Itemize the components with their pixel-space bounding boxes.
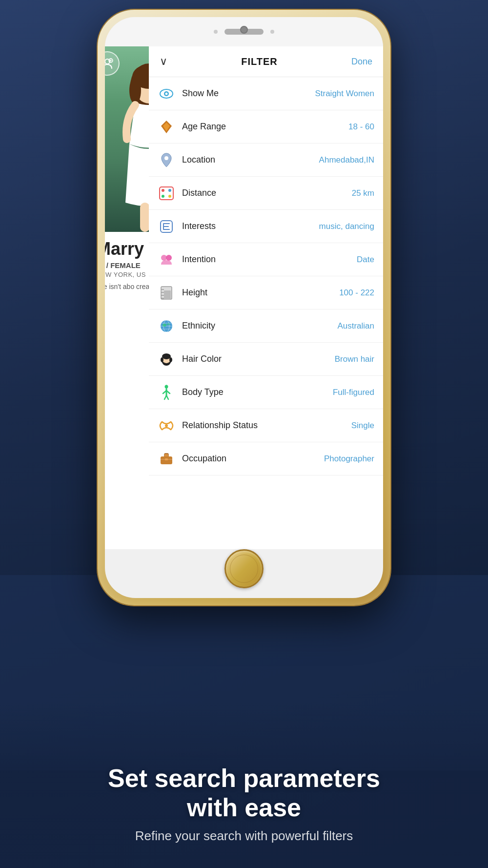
filter-row-show-me[interactable]: Show Me Straight Women xyxy=(149,77,383,110)
ethnicity-label: Ethnicity xyxy=(182,321,337,331)
age-range-label: Age Range xyxy=(182,122,348,132)
phone-shell: Marry 28 / FEMALE NEW YORK, US Life isn'… xyxy=(98,10,390,605)
intention-icon xyxy=(158,251,175,269)
hair-color-value: Brown hair xyxy=(335,354,374,364)
svg-point-18 xyxy=(162,195,164,198)
hair-color-icon xyxy=(158,351,175,368)
svg-point-48 xyxy=(165,424,168,427)
svg-point-38 xyxy=(162,353,171,359)
location-value: Ahmedabad,IN xyxy=(319,155,374,165)
occupation-value: Photographer xyxy=(324,454,374,464)
show-me-label: Show Me xyxy=(182,88,315,99)
distance-icon xyxy=(158,185,175,202)
filter-header: ∨ FILTER Done xyxy=(149,46,383,77)
intention-label: Intention xyxy=(182,254,357,265)
relationship-icon xyxy=(158,417,175,434)
location-label: Location xyxy=(182,155,319,165)
body-type-icon xyxy=(158,384,175,401)
filter-panel: ∨ FILTER Done Show Me Straight Women xyxy=(149,46,383,549)
occupation-label: Occupation xyxy=(182,454,324,464)
svg-point-16 xyxy=(162,189,164,192)
ethnicity-value: Australian xyxy=(337,321,374,331)
height-icon xyxy=(158,284,175,302)
filter-close-chevron[interactable]: ∨ xyxy=(160,55,167,68)
filter-done-button[interactable]: Done xyxy=(351,57,372,67)
svg-rect-28 xyxy=(164,290,171,299)
filter-row-location[interactable]: Location Ahmedabad,IN xyxy=(149,144,383,177)
filter-row-intention[interactable]: Intention Date xyxy=(149,243,383,276)
svg-point-14 xyxy=(164,156,168,160)
relationship-value: Single xyxy=(351,421,374,431)
svg-point-34 xyxy=(163,324,166,327)
ethnicity-icon xyxy=(158,317,175,335)
svg-rect-50 xyxy=(164,454,168,456)
front-camera xyxy=(240,26,248,34)
hair-color-label: Hair Color xyxy=(182,354,335,364)
svg-rect-15 xyxy=(160,187,173,200)
filter-row-interests[interactable]: Interests music, dancing xyxy=(149,210,383,243)
intention-value: Date xyxy=(357,255,374,265)
svg-point-5 xyxy=(129,77,141,104)
filter-row-ethnicity[interactable]: Ethnicity Australian xyxy=(149,310,383,343)
age-range-icon xyxy=(158,118,175,136)
distance-value: 25 km xyxy=(352,188,374,198)
filter-row-relationship[interactable]: Relationship Status Single xyxy=(149,409,383,442)
bottom-text-section: Set search parameters with ease Refine y… xyxy=(0,702,488,868)
home-button[interactable] xyxy=(224,549,264,588)
interests-label: Interests xyxy=(182,221,319,231)
status-dot-right xyxy=(270,30,274,34)
svg-point-35 xyxy=(167,323,170,325)
svg-rect-52 xyxy=(165,458,168,460)
filter-title: FILTER xyxy=(241,56,278,67)
svg-line-46 xyxy=(166,395,168,399)
body-type-label: Body Type xyxy=(182,387,333,397)
filter-row-height[interactable]: Height 100 - 222 xyxy=(149,276,383,310)
filter-row-body-type[interactable]: Body Type Full-figured xyxy=(149,376,383,409)
interests-value: music, dancing xyxy=(319,222,374,231)
body-type-value: Full-figured xyxy=(333,388,374,397)
bottom-headline: Set search parameters with ease xyxy=(108,764,380,823)
phone-device: Marry 28 / FEMALE NEW YORK, US Life isn'… xyxy=(98,10,390,605)
filter-row-age-range[interactable]: Age Range 18 - 60 xyxy=(149,110,383,144)
interests-icon xyxy=(158,218,175,235)
bottom-subtext: Refine your search with powerful filters xyxy=(135,828,353,844)
svg-point-22 xyxy=(166,255,172,261)
filter-row-hair-color[interactable]: Hair Color Brown hair xyxy=(149,343,383,376)
distance-label: Distance xyxy=(182,188,352,198)
height-label: Height xyxy=(182,288,339,298)
svg-point-40 xyxy=(169,357,172,362)
occupation-icon xyxy=(158,450,175,468)
filter-row-occupation[interactable]: Occupation Photographer xyxy=(149,442,383,475)
height-value: 100 - 222 xyxy=(339,288,374,298)
status-dot-left xyxy=(214,30,218,34)
home-button-inner xyxy=(230,555,258,583)
phone-screen: Marry 28 / FEMALE NEW YORK, US Life isn'… xyxy=(105,17,383,598)
location-icon xyxy=(158,151,175,169)
relationship-label: Relationship Status xyxy=(182,420,351,431)
age-range-value: 18 - 60 xyxy=(348,122,374,132)
svg-point-17 xyxy=(168,189,171,192)
show-me-icon xyxy=(158,85,175,103)
show-me-value: Straight Women xyxy=(315,89,374,99)
svg-point-39 xyxy=(161,357,163,362)
svg-point-11 xyxy=(165,92,168,95)
filter-row-distance[interactable]: Distance 25 km xyxy=(149,177,383,210)
svg-point-19 xyxy=(168,195,171,198)
